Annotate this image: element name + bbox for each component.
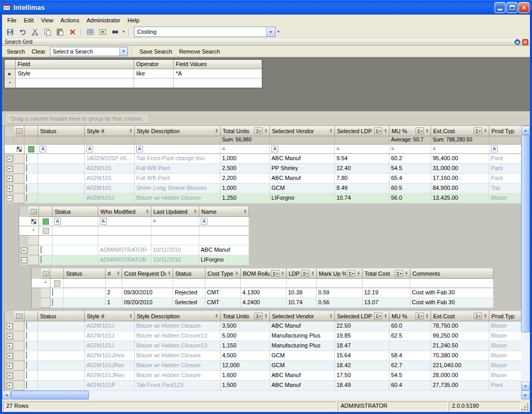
- cell-status[interactable]: [38, 351, 85, 361]
- cell-number[interactable]: 2: [106, 288, 122, 298]
- cell-style-description[interactable]: Blazer w/ Hidden Closure: [135, 361, 220, 371]
- expand-row-button[interactable]: +: [7, 373, 12, 379]
- row-selector[interactable]: [14, 321, 24, 331]
- cell-prod-type[interactable]: Blazer: [489, 371, 523, 381]
- menu-item[interactable]: Actions: [57, 16, 83, 25]
- cell-selected-vendor[interactable]: Manufacturing Plus: [270, 331, 335, 341]
- search-row-selector-header[interactable]: [5, 60, 16, 69]
- cell-selected-vendor[interactable]: GCM: [270, 361, 335, 371]
- cell-total-units[interactable]: 1,000: [220, 154, 270, 164]
- col-header-who-modified[interactable]: Who Modified: [98, 206, 151, 217]
- style-row[interactable]: + A02W101J Blazer w/ Hidden Closure13 5,…: [5, 331, 523, 341]
- cell-status[interactable]: [64, 279, 106, 288]
- summary-sigma-button[interactable]: Σ▾: [474, 127, 482, 134]
- col-header-checkbox[interactable]: [24, 126, 38, 136]
- cell-prod-type[interactable]: Pant: [489, 164, 523, 174]
- cell-ldp[interactable]: 10.74: [287, 298, 317, 308]
- cell-ext-cost[interactable]: 31,000.00: [431, 164, 489, 174]
- cell-style-description[interactable]: Full WB Pant: [135, 174, 220, 184]
- cell-style-description[interactable]: Blazer w/ Hidden Closure: [135, 371, 220, 381]
- equals-filter-icon[interactable]: =: [336, 145, 340, 153]
- cell-style-number[interactable]: A02W101J: [85, 341, 135, 351]
- cell-selected-ldp[interactable]: 12.40: [335, 164, 390, 174]
- expand-row-button[interactable]: +: [7, 333, 12, 339]
- clear-button[interactable]: Clear: [30, 47, 47, 56]
- cell-status[interactable]: [53, 255, 98, 265]
- summary-sigma-button[interactable]: Σ▾: [271, 270, 279, 277]
- pin-icon[interactable]: [425, 314, 430, 318]
- cell-mu-pct[interactable]: 54.5: [390, 164, 431, 174]
- row-selector[interactable]: [29, 236, 39, 245]
- cell-number[interactable]: 1: [106, 298, 122, 308]
- maximize-button[interactable]: [507, 2, 517, 13]
- cell-total-units[interactable]: 5,000: [220, 331, 270, 341]
- filter-cell-vendor[interactable]: A: [270, 145, 335, 154]
- cell-selected-vendor[interactable]: ABC Manuf: [270, 371, 335, 381]
- pin-icon[interactable]: [483, 128, 488, 133]
- cell-selected-vendor[interactable]: GCM: [270, 184, 335, 193]
- active-row-selector[interactable]: ►: [5, 69, 16, 79]
- expand-row-button[interactable]: +: [7, 353, 12, 359]
- save-button[interactable]: [4, 27, 16, 37]
- cell-number[interactable]: [106, 279, 122, 288]
- cell-status[interactable]: [53, 245, 98, 255]
- cell-style-description[interactable]: Blazer w/ Hidden Closure: [135, 193, 220, 203]
- cell-cost-type[interactable]: [205, 279, 241, 288]
- save-search-button[interactable]: Save Search: [137, 47, 174, 56]
- col-header-ext-cost[interactable]: Ext.CostΣ▾: [431, 311, 489, 321]
- cell-ext-cost[interactable]: 221,040.00: [431, 361, 489, 371]
- style-row[interactable]: + A02W101 Full WB Pant 2,500 PP Shirley …: [5, 164, 523, 174]
- summary-sigma-button[interactable]: Σ▾: [347, 270, 355, 277]
- style-row[interactable]: + A02W101JRev Blazer w/ Hidden Closure 4…: [5, 351, 523, 361]
- cell-date[interactable]: 09/20/2010: [122, 298, 173, 308]
- pin-icon[interactable]: [193, 209, 198, 214]
- row-selector[interactable]: [14, 371, 24, 381]
- cell-prod-type[interactable]: Blazer: [489, 361, 523, 371]
- cell-mark-up[interactable]: [317, 279, 362, 288]
- cell-style-number[interactable]: A02W101P: [85, 381, 135, 391]
- cell-selected-ldp[interactable]: 18.49: [335, 381, 390, 391]
- row-selector[interactable]: [14, 341, 24, 351]
- cell-status[interactable]: [38, 164, 85, 174]
- cell-prod-type[interactable]: Blazer: [489, 331, 523, 341]
- cell-prod-type[interactable]: Pant: [489, 154, 523, 164]
- pin-icon[interactable]: [214, 314, 219, 318]
- cell-selected-ldp[interactable]: 18.42: [335, 361, 390, 371]
- cell-mu-pct[interactable]: 60.5: [390, 184, 431, 193]
- cell-total-units[interactable]: 1,250: [220, 193, 270, 203]
- pin-icon[interactable]: [483, 314, 488, 318]
- cell-date[interactable]: [122, 279, 173, 288]
- select-all-header[interactable]: [41, 268, 50, 279]
- filter-checkbox[interactable]: [43, 218, 49, 225]
- row-selector[interactable]: [14, 351, 24, 361]
- cell-total-units[interactable]: 1,150: [220, 341, 270, 351]
- new-row-selector[interactable]: *: [41, 279, 50, 288]
- cell-mark-up[interactable]: 0.59: [317, 288, 362, 298]
- find-dropdown-button[interactable]: ▾: [122, 30, 126, 34]
- expand-row-button[interactable]: +: [7, 156, 12, 162]
- row-selector[interactable]: [14, 184, 24, 193]
- pin-icon[interactable]: [310, 271, 315, 276]
- summary-sigma-button[interactable]: Σ▾: [254, 127, 263, 134]
- cell-field-values[interactable]: *A: [174, 69, 262, 79]
- col-header-status[interactable]: Status: [64, 268, 106, 279]
- col-header-checkbox[interactable]: [50, 268, 64, 279]
- cell-status[interactable]: [38, 341, 85, 351]
- row-checkbox[interactable]: [26, 194, 27, 201]
- remove-search-button[interactable]: Remove Search: [177, 47, 222, 56]
- cell-selected-ldp[interactable]: 9.54: [335, 154, 390, 164]
- cell-status2[interactable]: Selected: [173, 298, 205, 308]
- empty-row[interactable]: [19, 236, 249, 245]
- cell-mark-up[interactable]: 0.56: [317, 298, 362, 308]
- row-selector[interactable]: [14, 193, 24, 203]
- cell-mu-pct[interactable]: 60.0: [390, 321, 431, 331]
- equals-filter-icon[interactable]: =: [433, 145, 436, 153]
- cell-style-number[interactable]: 1A02W101P #6...: [85, 154, 135, 164]
- cell-field[interactable]: Style: [16, 69, 134, 79]
- combo-dropdown-button[interactable]: ▼: [266, 27, 275, 36]
- new-row-selector[interactable]: *: [29, 226, 39, 236]
- filter-cell-mu[interactable]: =: [390, 145, 431, 154]
- select-all-header[interactable]: [14, 126, 24, 136]
- select-all-header[interactable]: [29, 206, 39, 217]
- cell-last-updated[interactable]: [151, 226, 199, 236]
